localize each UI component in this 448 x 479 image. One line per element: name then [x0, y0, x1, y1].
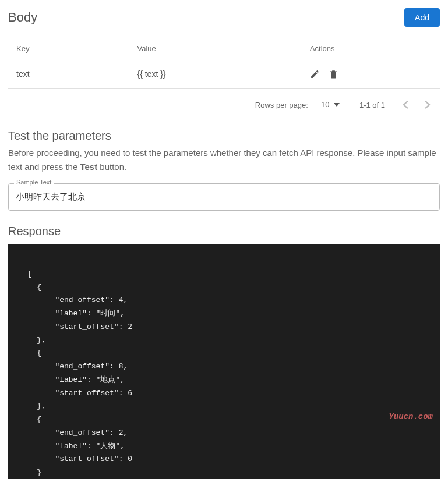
col-value: Value — [129, 38, 301, 59]
table-row: text {{ text }} — [8, 59, 440, 89]
trash-icon — [329, 69, 338, 79]
sample-text-label: Sample Text — [14, 179, 54, 186]
delete-button[interactable] — [329, 69, 339, 79]
prev-page-button[interactable] — [401, 100, 410, 110]
rows-per-page-value: 10 — [321, 100, 329, 109]
cell-value: {{ text }} — [129, 59, 301, 89]
pencil-icon — [310, 69, 320, 79]
col-actions: Actions — [302, 38, 440, 59]
body-title: Body — [8, 10, 37, 25]
col-key: Key — [8, 38, 129, 59]
response-title: Response — [8, 225, 440, 238]
add-button[interactable]: Add — [404, 8, 440, 27]
pagination: Rows per page: 10 1-1 of 1 — [8, 94, 440, 116]
edit-button[interactable] — [310, 69, 320, 79]
next-page-button[interactable] — [424, 100, 432, 110]
cell-key: text — [8, 59, 129, 89]
test-parameters-title: Test the parameters — [8, 129, 440, 143]
chevron-right-icon — [425, 101, 431, 109]
watermark-site: Yuucn.com — [389, 410, 433, 424]
rows-per-page-select[interactable]: 10 — [320, 98, 343, 111]
body-table: Key Value Actions text {{ text }} — [8, 38, 440, 89]
pagination-range: 1-1 of 1 — [359, 101, 385, 109]
sample-text-input[interactable] — [8, 183, 440, 211]
rows-per-page-label: Rows per page: — [255, 101, 308, 109]
test-description: Before proceeding, you need to test the … — [8, 146, 440, 174]
dropdown-icon — [334, 103, 340, 107]
response-output: [ { "end_offset": 4, "label": "时间", "sta… — [8, 244, 440, 479]
chevron-left-icon — [403, 101, 408, 109]
